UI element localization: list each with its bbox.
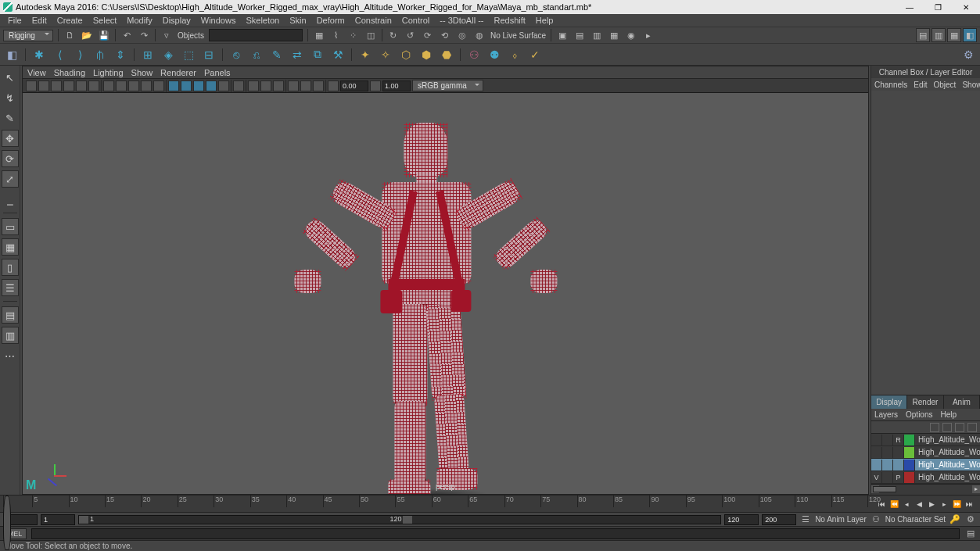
- wrap-icon[interactable]: ⬚: [180, 46, 197, 63]
- cb-menu-object[interactable]: Object: [934, 81, 957, 89]
- render-seq-icon[interactable]: ▥: [591, 29, 603, 41]
- anim-start-field[interactable]: [41, 514, 75, 525]
- wireframe-icon[interactable]: [168, 81, 179, 91]
- layer-menu-help[interactable]: Help: [940, 410, 957, 419]
- go-end-icon[interactable]: ⏭: [964, 499, 975, 510]
- layer-ref-toggle[interactable]: [893, 447, 904, 458]
- character-set-icon[interactable]: ⚇: [870, 513, 882, 526]
- grid-icon[interactable]: [103, 81, 114, 91]
- layer-new-selected-icon[interactable]: [967, 423, 977, 432]
- mesh-boot-left[interactable]: [388, 479, 430, 494]
- layer-vis-toggle[interactable]: [871, 447, 882, 458]
- layer-new-empty-icon[interactable]: [955, 423, 964, 432]
- prefs-icon[interactable]: ⚙: [964, 513, 977, 526]
- exposure-field[interactable]: [340, 81, 368, 91]
- camera-select-icon[interactable]: [26, 81, 37, 91]
- command-input[interactable]: [31, 528, 960, 539]
- shadows-icon[interactable]: [218, 81, 229, 91]
- panel-menu-shading[interactable]: Shading: [54, 68, 85, 77]
- menu-display[interactable]: Display: [158, 15, 196, 26]
- layer-color-swatch[interactable]: [904, 460, 915, 470]
- layer-name[interactable]: High_Altitude_Worker: [915, 448, 980, 456]
- save-scene-icon[interactable]: 💾: [98, 29, 110, 41]
- script-editor-icon[interactable]: ▤: [964, 528, 977, 540]
- harness-pouch-left[interactable]: [380, 290, 402, 313]
- history-icon-2[interactable]: ↺: [404, 29, 417, 41]
- layout-more-icon[interactable]: ⋯: [2, 347, 19, 364]
- step-back-key-icon[interactable]: ⏪: [888, 499, 899, 510]
- step-forward-icon[interactable]: ▸: [939, 499, 949, 510]
- menu-skeleton[interactable]: Skeleton: [241, 15, 284, 26]
- anim-end-field[interactable]: [724, 514, 759, 525]
- menu-edit[interactable]: Edit: [27, 15, 52, 26]
- mirror-joint-icon[interactable]: ⇕: [112, 46, 129, 63]
- current-time-indicator[interactable]: [3, 496, 11, 550]
- history-icon-3[interactable]: ⟳: [422, 29, 434, 41]
- menu-constrain[interactable]: Constrain: [350, 15, 397, 26]
- exposure-lock-icon[interactable]: [328, 81, 339, 91]
- constraint-scale-icon[interactable]: ⬣: [438, 46, 455, 63]
- snap-plane-icon[interactable]: ◫: [364, 29, 377, 41]
- minimize-button[interactable]: —: [899, 2, 921, 13]
- gate-mask-icon[interactable]: [141, 81, 152, 91]
- render-settings-icon[interactable]: ▦: [608, 29, 620, 41]
- panel-menu-panels[interactable]: Panels: [204, 68, 231, 77]
- grease-pencil-icon[interactable]: [88, 81, 99, 91]
- shelf-options-icon[interactable]: ⚙: [960, 46, 977, 63]
- layer-color-swatch[interactable]: [904, 435, 915, 445]
- history-icon[interactable]: ↻: [387, 29, 400, 41]
- anim-layer-label[interactable]: No Anim Layer: [815, 515, 867, 524]
- quick-rig-icon[interactable]: ✓: [526, 46, 544, 63]
- menu-control[interactable]: Control: [397, 15, 434, 26]
- textured-icon[interactable]: [193, 81, 204, 91]
- layer-ref-toggle[interactable]: [893, 460, 904, 470]
- lasso-tool-icon[interactable]: ↯: [2, 89, 19, 106]
- layout-persp-graph-icon[interactable]: ▤: [2, 306, 19, 324]
- constraint-parent-icon[interactable]: ✦: [357, 46, 374, 63]
- ik-handle-icon[interactable]: ⟨: [51, 46, 68, 63]
- tab-render[interactable]: Render: [907, 395, 943, 409]
- panel-menu-view[interactable]: View: [27, 68, 46, 77]
- rotate-tool-icon[interactable]: ⟳: [2, 150, 19, 167]
- history-icon-5[interactable]: ◎: [456, 29, 468, 41]
- render-globals-icon[interactable]: ◉: [625, 29, 637, 41]
- bookmark-icon[interactable]: [51, 81, 62, 91]
- scroll-right-icon[interactable]: ▸: [972, 485, 980, 493]
- layer-move-up-icon[interactable]: [930, 423, 939, 432]
- step-forward-key-icon[interactable]: ⏩: [951, 499, 962, 510]
- gamma-icon[interactable]: [300, 81, 311, 91]
- layer-scrollbar[interactable]: ◂ ▸: [871, 484, 980, 495]
- isolate-select-icon[interactable]: [233, 81, 244, 91]
- cb-menu-show[interactable]: Show: [962, 81, 980, 89]
- layer-type-toggle[interactable]: [882, 435, 893, 445]
- tab-anim[interactable]: Anim: [944, 395, 980, 409]
- mesh-hand-right[interactable]: [530, 270, 557, 293]
- layer-vis-toggle[interactable]: V: [871, 472, 882, 483]
- layer-type-toggle[interactable]: [882, 460, 893, 470]
- anim-layer-icon[interactable]: ☰: [799, 513, 812, 526]
- xray-icon[interactable]: [248, 81, 259, 91]
- play-back-icon[interactable]: ◀: [914, 499, 924, 510]
- history-icon-4[interactable]: ⟲: [439, 29, 451, 41]
- menu-create[interactable]: Create: [52, 15, 88, 26]
- menu-redshift[interactable]: Redshift: [489, 15, 529, 26]
- layer-row[interactable]: R High_Altitude_Worker: [871, 434, 980, 446]
- workspace-selector[interactable]: Rigging: [3, 30, 53, 41]
- layer-color-swatch[interactable]: [904, 447, 915, 458]
- cb-menu-channels[interactable]: Channels: [874, 81, 907, 89]
- toggle-channel-box-icon[interactable]: ▦: [947, 28, 961, 42]
- toggle-tool-settings-icon[interactable]: ▥: [932, 28, 946, 42]
- panel-menu-lighting[interactable]: Lighting: [93, 68, 124, 77]
- snap-grid-icon[interactable]: ▦: [313, 29, 325, 41]
- xray-joints-icon[interactable]: [260, 81, 271, 91]
- scene-end-field[interactable]: [762, 514, 796, 525]
- constraint-aim-icon[interactable]: ⬢: [418, 46, 435, 63]
- play-forward-icon[interactable]: ▶: [926, 499, 937, 510]
- step-back-icon[interactable]: ◂: [901, 499, 912, 510]
- layer-type-toggle[interactable]: [882, 447, 893, 458]
- xray-comp-icon[interactable]: [273, 81, 284, 91]
- range-start-handle[interactable]: [79, 516, 88, 524]
- use-lights-icon[interactable]: [206, 81, 217, 91]
- lattice-icon[interactable]: ⊞: [139, 46, 156, 63]
- copy-weights-icon[interactable]: ⧉: [309, 46, 326, 63]
